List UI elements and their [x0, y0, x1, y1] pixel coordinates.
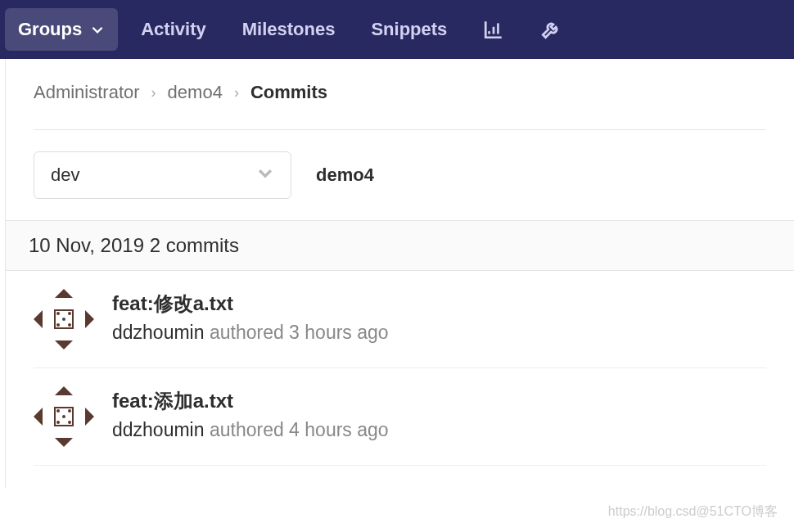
breadcrumb-administrator[interactable]: Administrator — [34, 82, 140, 103]
date-value: 10 Nov, 2019 — [29, 234, 144, 256]
svg-point-13 — [68, 323, 71, 327]
commit-author[interactable]: ddzhoumin — [112, 419, 205, 440]
avatar[interactable] — [34, 289, 94, 349]
svg-point-11 — [68, 312, 71, 315]
commit-title[interactable]: feat:修改a.txt — [112, 291, 389, 317]
breadcrumb: Administrator › demo4 › Commits — [34, 82, 766, 130]
nav-snippets[interactable]: Snippets — [353, 0, 465, 59]
branch-selector-row: dev demo4 — [34, 151, 766, 199]
breadcrumb-project[interactable]: demo4 — [168, 82, 223, 103]
branch-select[interactable]: dev — [34, 151, 291, 199]
commit-authored-time: authored 3 hours ago — [210, 322, 389, 343]
nav-groups[interactable]: Groups — [5, 8, 118, 51]
svg-point-12 — [56, 323, 60, 327]
svg-point-28 — [68, 421, 71, 424]
commit-meta: ddzhoumin authored 3 hours ago — [112, 322, 389, 344]
commit-title[interactable]: feat:添加a.txt — [112, 388, 389, 414]
top-navbar: Groups Activity Milestones Snippets — [0, 0, 794, 59]
analytics-icon[interactable] — [465, 19, 522, 40]
commit-row[interactable]: feat:添加a.txt ddzhoumin authored 4 hours … — [34, 368, 766, 466]
commits-date-header: 10 Nov, 2019 2 commits — [6, 220, 794, 271]
breadcrumb-current: Commits — [250, 82, 327, 103]
nav-activity-label: Activity — [141, 19, 205, 40]
branch-selected-value: dev — [51, 165, 79, 186]
commit-info: feat:修改a.txt ddzhoumin authored 3 hours … — [112, 289, 389, 344]
project-name: demo4 — [316, 165, 374, 186]
commit-count: 2 commits — [150, 234, 239, 256]
svg-point-10 — [56, 312, 60, 315]
commit-authored-time: authored 4 hours ago — [210, 419, 389, 440]
chevron-down-icon — [90, 22, 105, 37]
avatar[interactable] — [34, 386, 94, 447]
svg-point-26 — [68, 409, 71, 413]
nav-activity[interactable]: Activity — [123, 0, 223, 59]
nav-milestones-label: Milestones — [242, 19, 336, 40]
chevron-right-icon: › — [151, 84, 156, 101]
watermark: https://blog.csd@51CTO博客 — [608, 503, 778, 521]
commit-meta: ddzhoumin authored 4 hours ago — [112, 419, 389, 441]
commit-row[interactable]: feat:修改a.txt ddzhoumin authored 3 hours … — [34, 271, 766, 368]
svg-point-27 — [56, 421, 60, 424]
wrench-icon[interactable] — [522, 19, 580, 40]
chevron-down-icon — [256, 164, 274, 187]
nav-groups-label: Groups — [18, 19, 82, 40]
nav-milestones[interactable]: Milestones — [224, 0, 354, 59]
nav-snippets-label: Snippets — [371, 19, 447, 40]
main-content: Administrator › demo4 › Commits dev demo… — [5, 59, 794, 489]
commit-info: feat:添加a.txt ddzhoumin authored 4 hours … — [112, 386, 389, 441]
svg-point-29 — [62, 415, 65, 418]
commit-author[interactable]: ddzhoumin — [112, 322, 205, 343]
svg-point-14 — [62, 318, 65, 321]
chevron-right-icon: › — [234, 84, 239, 101]
svg-point-25 — [56, 409, 60, 413]
